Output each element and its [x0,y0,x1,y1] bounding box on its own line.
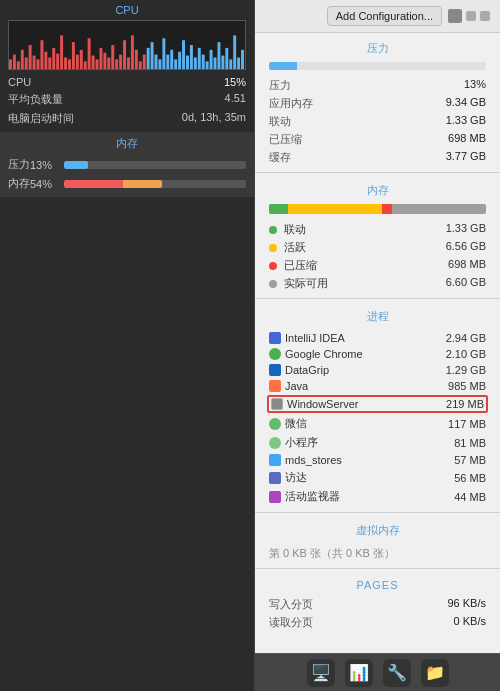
virtual-memory-section: 虚拟内存 第 0 KB 张（共 0 KB 张） [255,515,500,566]
svg-rect-34 [143,55,146,69]
svg-rect-3 [21,50,24,69]
svg-rect-20 [88,38,91,69]
linked-label: 联动 [269,114,291,129]
process-name-8: 访达 [269,470,307,485]
process-val-2: 1.29 GB [446,364,486,376]
process-name-1: Google Chrome [269,348,363,360]
process-name-4: WindowServer [271,398,359,410]
pressure-title-right: 压力 [269,39,486,58]
svg-rect-25 [107,57,110,69]
svg-rect-45 [186,56,189,69]
toolbar-icons [448,9,490,23]
svg-rect-28 [119,55,122,69]
memory-bar-container [64,180,246,188]
svg-rect-37 [155,55,158,69]
mem-legend-compressed: 已压缩 698 MB [269,256,486,274]
dot-available [269,280,277,288]
svg-rect-9 [44,52,47,69]
process-row-5: 微信 117 MB [269,414,486,433]
cache-val: 3.77 GB [446,150,486,165]
memory-bar [64,180,162,188]
mem-legend-compressed-label: 已压缩 [269,258,317,273]
toolbar-icon-1[interactable] [448,9,462,23]
process-name-3: Java [269,380,308,392]
svg-rect-0 [9,59,12,69]
process-icon-1 [269,348,281,360]
compressed-label: 已压缩 [269,132,302,147]
pressure-bar-fill [269,62,297,70]
mem-linked-val: 1.33 GB [446,222,486,237]
process-val-0: 2.94 GB [446,332,486,344]
svg-rect-10 [48,57,51,69]
svg-rect-50 [206,61,209,69]
svg-rect-38 [158,59,161,69]
svg-rect-22 [96,59,99,69]
section-divider-2 [255,298,500,299]
process-section: 进程 IntelliJ IDEA 2.94 GB Google Chrome 2… [255,301,500,510]
avg-load-label: 平均负载量 [8,92,63,107]
svg-rect-52 [214,57,217,69]
svg-rect-21 [92,56,95,69]
svg-rect-44 [182,40,185,69]
mem-legend-active-label: 活跃 [269,240,306,255]
mem-seg-available [392,204,486,214]
dock-icon-3[interactable]: 📁 [421,659,449,687]
svg-rect-48 [198,48,201,69]
process-row-6: 小程序 81 MB [269,433,486,452]
process-val-3: 985 MB [448,380,486,392]
process-row-9: 活动监视器 44 MB [269,487,486,506]
mem-legend-linked: 联动 1.33 GB [269,220,486,238]
toolbar-icon-3[interactable] [480,11,490,21]
svg-rect-4 [25,57,28,69]
cpu-section: CPU [0,0,254,132]
dock-icon-1[interactable]: 📊 [345,659,373,687]
process-icon-3 [269,380,281,392]
process-name-9: 活动监视器 [269,489,340,504]
bottom-dock: 🖥️ 📊 🔧 📁 [255,653,500,691]
mem-compressed-val: 698 MB [448,258,486,273]
svg-rect-40 [166,55,169,69]
svg-rect-39 [162,38,165,69]
write-swap-label: 写入分页 [269,597,313,612]
svg-rect-32 [135,50,138,69]
svg-rect-26 [111,45,114,69]
section-divider-4 [255,568,500,569]
process-name-0: IntelliJ IDEA [269,332,345,344]
cache-label: 缓存 [269,150,291,165]
svg-rect-18 [80,50,83,69]
process-icon-5 [269,418,281,430]
svg-rect-14 [64,57,67,69]
dock-icon-2[interactable]: 🔧 [383,659,411,687]
svg-rect-24 [103,53,106,69]
compressed-row: 已压缩 698 MB [269,130,486,148]
process-row-3: Java 985 MB [269,378,486,394]
process-val-6: 81 MB [454,437,486,449]
svg-rect-5 [29,45,32,69]
read-swap-label: 读取分页 [269,615,313,630]
virtual-memory-title: 虚拟内存 [269,521,486,540]
process-title: 进程 [269,307,486,326]
process-row-0: IntelliJ IDEA 2.94 GB [269,330,486,346]
svg-rect-12 [56,54,59,69]
pressure-value-row: 压力 13% [269,76,486,94]
svg-rect-30 [127,57,130,69]
svg-rect-15 [68,59,71,69]
memory-row-left: 内存 54% [8,174,246,193]
svg-rect-56 [229,59,232,69]
mem-legend-linked-label: 联动 [269,222,306,237]
read-swap-val: 0 KB/s [454,615,486,630]
avg-load-value: 4.51 [225,92,246,107]
toolbar-icon-2[interactable] [466,11,476,21]
app-memory-val: 9.34 GB [446,96,486,111]
add-config-button[interactable]: Add Configuration... [327,6,442,26]
memory-bars: 压力 13% 内存 54% [8,155,246,193]
right-panel-inner: Add Configuration... 压力 压力 13% 应用内存 9.34… [255,0,500,679]
pressure-label-left: 压力 [8,157,30,172]
uptime-row: 电脑启动时间 0d, 13h, 35m [8,109,246,128]
svg-rect-53 [217,42,220,69]
svg-rect-43 [178,52,181,69]
svg-rect-55 [225,48,228,69]
dock-icon-0[interactable]: 🖥️ [307,659,335,687]
pressure-row-left: 压力 13% [8,155,246,174]
pages-section: PAGES 写入分页 96 KB/s 读取分页 0 KB/s [255,571,500,635]
